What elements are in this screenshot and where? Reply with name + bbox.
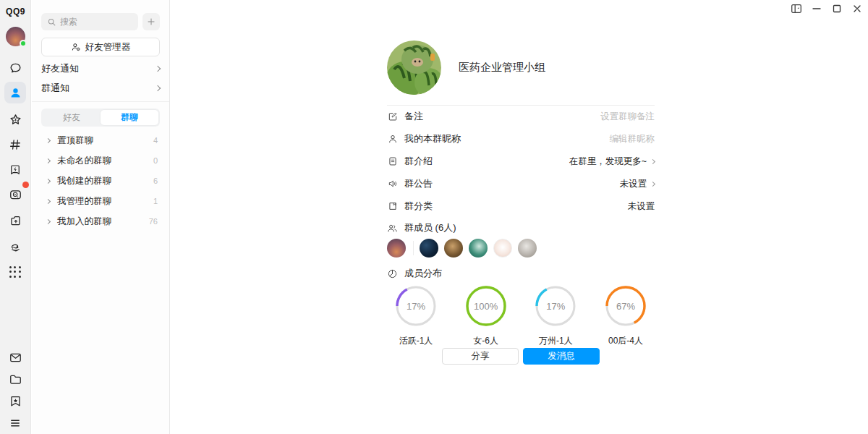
world-icon[interactable] xyxy=(4,159,26,181)
notification-badge xyxy=(22,182,29,188)
group-category-created[interactable]: 我创建的群聊 6 xyxy=(32,171,169,191)
donut-label: 00后-4人 xyxy=(608,335,643,347)
group-category-joined[interactable]: 我加入的群聊 76 xyxy=(32,211,169,231)
member-distribution-charts: 17% 活跃-1人 100% 女-6人 xyxy=(387,285,655,347)
row-announcement[interactable]: 群公告 未设置 xyxy=(387,176,655,192)
group-count: 0 xyxy=(153,156,158,165)
group-category-managed[interactable]: 我管理的群聊 1 xyxy=(32,191,169,211)
group-notice-item[interactable]: 群通知 xyxy=(41,79,160,98)
friend-notice-item[interactable]: 好友通知 xyxy=(41,59,160,78)
group-count: 4 xyxy=(153,136,158,145)
row-category[interactable]: 群分类 未设置 xyxy=(387,198,655,214)
member-avatar[interactable] xyxy=(444,239,463,258)
expand-chevron-icon xyxy=(46,158,51,163)
group-avatar-image xyxy=(387,41,441,95)
online-status-dot xyxy=(20,40,27,47)
group-name: 医药企业管理小组 xyxy=(459,61,545,75)
panel-toggle-icon[interactable] xyxy=(790,3,803,14)
divider xyxy=(387,105,655,106)
member-avatar[interactable] xyxy=(518,239,537,258)
favorites-icon[interactable] xyxy=(4,109,26,130)
donut-percent: 17% xyxy=(395,285,437,327)
collections-icon[interactable] xyxy=(4,390,26,412)
group-profile-panel: 医药企业管理小组 备注 设置群聊备注 我的本群昵称 编辑群昵称 群介绍 在群里，… xyxy=(171,0,868,434)
qq-logo: QQ9 xyxy=(0,7,31,17)
member-avatar[interactable] xyxy=(469,239,488,258)
chevron-right-icon xyxy=(650,158,655,163)
tab-friends[interactable]: 好友 xyxy=(43,110,101,125)
contacts-tabs: 好友 群聊 xyxy=(41,109,160,127)
friend-manager-button[interactable]: 好友管理器 xyxy=(41,38,160,56)
search-input[interactable]: 搜索 xyxy=(41,13,138,30)
donut-age: 67% 00后-4人 xyxy=(597,285,655,347)
row-intro[interactable]: 群介绍 在群里，发现更多~ xyxy=(387,153,655,169)
expand-chevron-icon xyxy=(46,218,51,224)
contacts-sidebar: 搜索 好友管理器 好友通知 群通知 好友 群聊 置顶群聊 4 未命名的群聊 0 xyxy=(32,0,170,434)
donut-percent: 17% xyxy=(535,285,576,327)
send-message-button[interactable]: 发消息 xyxy=(523,348,600,365)
search-placeholder: 搜索 xyxy=(60,16,77,28)
group-category-unnamed[interactable]: 未命名的群聊 0 xyxy=(32,150,169,171)
add-button[interactable] xyxy=(142,13,160,30)
members-section-label: 群成员 (6人) xyxy=(387,221,456,234)
member-avatar-list[interactable] xyxy=(387,239,542,258)
member-avatar[interactable] xyxy=(493,239,512,258)
chevron-right-icon xyxy=(155,66,161,72)
friend-manager-label: 好友管理器 xyxy=(85,41,131,54)
group-category-pinned[interactable]: 置顶群聊 4 xyxy=(32,130,169,150)
qq-show-icon[interactable] xyxy=(4,236,26,258)
members-icon xyxy=(387,223,398,234)
close-icon[interactable] xyxy=(851,3,864,14)
app-rail: QQ9 xyxy=(0,0,31,434)
plus-icon xyxy=(147,17,156,26)
chevron-right-icon xyxy=(650,181,655,186)
tab-groups[interactable]: 群聊 xyxy=(101,110,158,125)
chevron-right-icon xyxy=(155,85,161,91)
edit-icon xyxy=(387,111,398,122)
speaker-icon xyxy=(387,179,398,190)
self-avatar[interactable] xyxy=(6,27,25,46)
row-remark[interactable]: 备注 设置群聊备注 xyxy=(387,109,655,124)
friend-notice-label: 好友通知 xyxy=(41,62,79,75)
donut-percent: 100% xyxy=(465,285,507,327)
messages-icon[interactable] xyxy=(4,57,26,79)
menu-icon[interactable] xyxy=(4,412,26,434)
person-icon xyxy=(387,134,398,145)
group-tree: 置顶群聊 4 未命名的群聊 0 我创建的群聊 6 我管理的群聊 1 我加入的群聊… xyxy=(32,130,169,231)
search-icon xyxy=(47,17,56,27)
group-count: 1 xyxy=(153,197,158,205)
donut-active: 17% 活跃-1人 xyxy=(387,285,445,347)
row-nickname[interactable]: 我的本群昵称 编辑群昵称 xyxy=(387,131,655,147)
channels-icon[interactable] xyxy=(4,134,26,156)
share-button[interactable]: 分享 xyxy=(442,348,519,365)
group-count: 76 xyxy=(149,217,158,226)
minimize-icon[interactable] xyxy=(810,3,823,14)
friend-manager-icon xyxy=(71,42,81,52)
divider xyxy=(32,101,169,102)
donut-female: 100% 女-6人 xyxy=(457,285,515,347)
expand-chevron-icon xyxy=(46,198,51,203)
distribution-section-label: 成员分布 xyxy=(387,267,442,280)
expand-chevron-icon xyxy=(46,137,51,142)
member-avatar[interactable] xyxy=(420,239,438,258)
group-avatar[interactable] xyxy=(387,41,441,95)
video-icon[interactable] xyxy=(4,184,26,205)
folder-icon[interactable] xyxy=(4,368,26,390)
tag-icon xyxy=(387,201,398,212)
pie-chart-icon xyxy=(387,268,398,279)
group-notice-label: 群通知 xyxy=(41,82,69,95)
contacts-icon[interactable] xyxy=(4,82,26,103)
document-icon xyxy=(387,156,398,167)
donut-label: 万州-1人 xyxy=(539,335,573,347)
more-grid-icon[interactable] xyxy=(4,261,26,283)
mini-apps-icon[interactable] xyxy=(4,210,26,231)
donut-label: 女-6人 xyxy=(473,335,498,347)
member-avatar[interactable] xyxy=(387,239,406,258)
window-controls xyxy=(790,3,864,14)
group-count: 6 xyxy=(153,176,158,185)
donut-label: 活跃-1人 xyxy=(399,335,433,347)
divider xyxy=(413,241,414,255)
maximize-icon[interactable] xyxy=(830,3,843,14)
donut-percent: 67% xyxy=(605,285,647,327)
mail-icon[interactable] xyxy=(4,346,26,368)
